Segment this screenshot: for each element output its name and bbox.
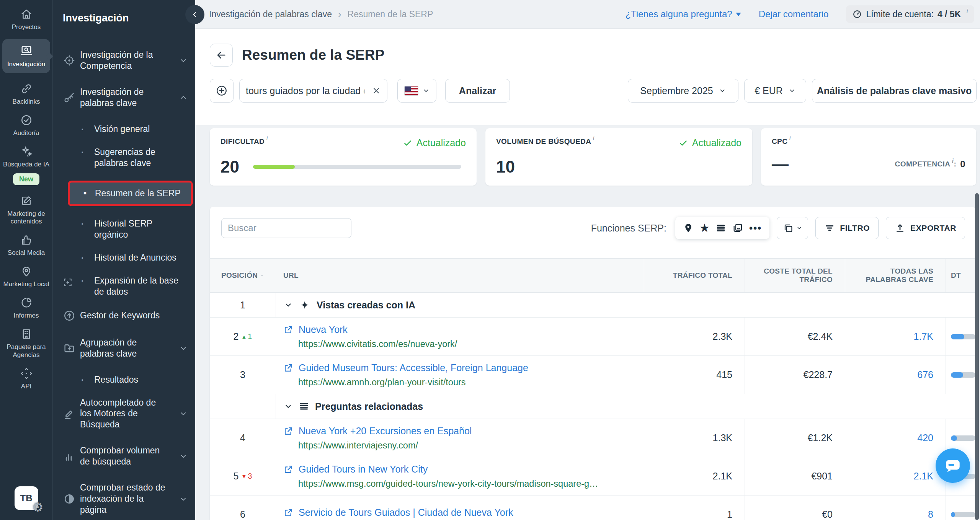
map-pin-icon	[20, 265, 33, 278]
sidebar-item-paquete-agencias[interactable]: Paquete para Agencias	[2, 328, 50, 359]
sidebar-item-auditoria[interactable]: Auditoría	[2, 114, 50, 137]
search-input[interactable]	[228, 223, 346, 233]
sidebar-item-api[interactable]: API	[2, 367, 50, 390]
chevron-down-icon[interactable]	[284, 300, 293, 310]
copy-button[interactable]	[777, 217, 808, 239]
column-header-palabras[interactable]: TODAS LAS PALABRAS CLAVE	[845, 259, 946, 292]
menu-item-autocompletado[interactable]: Autocompletado de los Motores de Búsqued…	[53, 397, 195, 430]
menu-item-historial-serp[interactable]: Historial SERP orgánico	[53, 218, 195, 240]
star-icon[interactable]: ★	[699, 222, 710, 234]
external-link-icon[interactable]	[283, 426, 294, 436]
difficulty-value: 20	[220, 158, 239, 175]
menu-item-comprobar-indexacion[interactable]: Comprobar estado de indexación de la pág…	[53, 482, 195, 515]
sidebar-item-marketing-contenidos[interactable]: Marketing de contenidos	[2, 194, 50, 225]
menu-item-agrupacion[interactable]: Agrupación de palabras clave	[53, 337, 195, 359]
keywords-cell[interactable]: 8	[845, 496, 946, 520]
column-header-dt[interactable]: DT	[946, 259, 975, 292]
keywords-cell[interactable]: 676	[845, 356, 946, 394]
chevron-down-icon	[422, 87, 430, 95]
breadcrumb: Investigación de palabras clave › Resume…	[209, 8, 433, 20]
menu-item-resultados[interactable]: Resultados	[53, 374, 195, 385]
sidebar-collapse-button[interactable]	[185, 5, 204, 24]
column-header-url[interactable]: URL	[276, 259, 644, 292]
sidebar-item-marketing-local[interactable]: Marketing Local	[2, 265, 50, 288]
external-link-icon[interactable]	[283, 507, 294, 518]
back-button[interactable]	[210, 44, 233, 67]
account-limit-badge[interactable]: Límite de cuenta: 4 / 5K i	[846, 5, 974, 23]
group-header-related-questions[interactable]: Preguntas relacionadas	[276, 394, 975, 419]
breadcrumb-item-current: Resumen de la SERP	[348, 9, 433, 20]
result-link[interactable]: Nueva York +20 Excursiones en Español	[299, 425, 472, 437]
external-link-icon[interactable]	[283, 324, 294, 335]
cost-cell: €228.7	[745, 356, 845, 394]
external-link-icon[interactable]	[283, 363, 294, 373]
gear-icon[interactable]: ⚙	[32, 500, 44, 515]
info-icon[interactable]: i	[266, 134, 268, 142]
info-icon[interactable]: i	[593, 134, 595, 142]
info-icon: i	[966, 7, 968, 15]
serp-results-panel: Funciones SERP: ★ ••• FILTRO	[210, 207, 975, 520]
period-select[interactable]: Septiembre 2025	[628, 79, 738, 103]
menu-item-sugerencias[interactable]: Sugerencias de palabras clave	[53, 147, 195, 169]
menu-item-vision-general[interactable]: Visión general	[53, 124, 195, 135]
header-background	[195, 29, 980, 125]
filter-button[interactable]: FILTRO	[815, 217, 879, 239]
result-link[interactable]: Guided Museum Tours: Accessible, Foreign…	[299, 362, 528, 373]
map-pin-filled-icon[interactable]	[683, 223, 694, 233]
sidebar-item-informes[interactable]: Informes	[2, 296, 50, 319]
menu-item-resumen-serp[interactable]: Resumen de la SERP	[68, 181, 193, 206]
sidebar-item-social-media[interactable]: Social Media	[2, 233, 50, 257]
breadcrumb-item[interactable]: Investigación de palabras clave	[209, 9, 332, 20]
result-link[interactable]: Servicio de Tours Guiados | Ciudad de Nu…	[299, 507, 513, 518]
menu-item-palabras-clave[interactable]: Investigación de palabras clave	[53, 86, 195, 109]
column-header-trafico[interactable]: TRÁFICO TOTAL	[644, 259, 745, 292]
sidebar-item-busqueda-ia[interactable]: Búsqueda de IA	[2, 145, 50, 168]
list-icon[interactable]	[715, 223, 726, 233]
info-icon[interactable]: i	[789, 134, 791, 142]
menu-item-gestor-keywords[interactable]: Gestor de Keywords	[53, 309, 195, 322]
keywords-cell[interactable]: 2.1K	[845, 457, 946, 495]
keywords-cell[interactable]: 420	[845, 419, 946, 457]
bulk-analysis-button[interactable]: Análisis de palabras clave masivo	[812, 79, 977, 103]
feedback-link[interactable]: Dejar comentario	[759, 9, 829, 20]
more-features-icon[interactable]: •••	[749, 222, 762, 234]
ai-views-icon	[299, 299, 311, 311]
country-select[interactable]	[397, 79, 436, 103]
analyze-button[interactable]: Analizar	[445, 79, 510, 103]
sidebar-item-backlinks[interactable]: Backlinks	[2, 82, 50, 106]
menu-item-expansion-db[interactable]: Expansión de la base de datos	[53, 275, 195, 297]
menu-item-historial-anuncios[interactable]: Historial de Anuncios	[53, 252, 195, 263]
images-icon[interactable]	[732, 222, 743, 234]
column-header-posicion[interactable]: POSICIÓN	[210, 259, 276, 292]
table-group-row: 1 Vistas creadas con IA	[210, 293, 975, 318]
sidebar-item-proyectos[interactable]: Proyectos	[2, 8, 50, 31]
sidebar-item-investigacion[interactable]: Investigación	[2, 39, 50, 73]
home-icon	[20, 8, 33, 21]
result-link[interactable]: Nueva York	[299, 324, 348, 335]
group-header-ai-views[interactable]: Vistas creadas con IA	[276, 293, 975, 317]
chevron-down-icon[interactable]	[284, 402, 293, 411]
new-badge: New	[13, 173, 39, 185]
target-icon	[63, 54, 76, 67]
column-header-coste[interactable]: COSTE TOTAL DEL TRÁFICO	[745, 259, 845, 292]
keyword-input[interactable]: tours guiados por la ciudad de	[239, 79, 387, 103]
scrollbar-thumb[interactable]	[975, 193, 979, 520]
info-icon[interactable]: i	[952, 157, 954, 165]
currency-select[interactable]: € EUR	[744, 79, 806, 103]
close-icon[interactable]	[372, 86, 381, 95]
folder-plus-icon	[63, 342, 76, 355]
chat-bubble-icon	[944, 456, 962, 475]
traffic-cell: 2.3K	[644, 318, 745, 355]
result-link[interactable]: Guided Tours in New York City	[299, 464, 428, 475]
table-row: 3 Guided Museum Tours: Accessible, Forei…	[210, 356, 975, 394]
questions-link[interactable]: ¿Tienes alguna pregunta?	[625, 9, 741, 20]
menu-item-comprobar-volumen[interactable]: Comprobar volumen de búsqueda	[53, 445, 195, 467]
add-keyword-button[interactable]	[210, 79, 234, 103]
external-link-icon[interactable]	[283, 464, 294, 474]
export-button[interactable]: EXPORTAR	[886, 217, 965, 239]
table-search[interactable]	[221, 218, 351, 238]
serp-features-group: ★ •••	[675, 217, 769, 239]
chat-button[interactable]	[936, 448, 970, 483]
keywords-cell[interactable]: 1.7K	[845, 318, 946, 355]
menu-item-competencia[interactable]: Investigación de la Competencia	[53, 49, 195, 72]
